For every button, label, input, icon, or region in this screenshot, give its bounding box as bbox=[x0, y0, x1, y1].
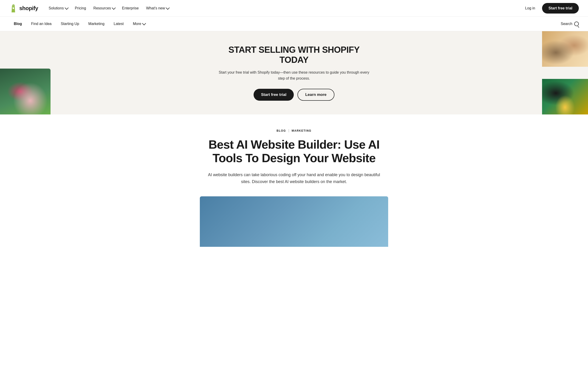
blog-nav-right: Search bbox=[561, 22, 579, 26]
blog-nav-blog[interactable]: Blog bbox=[9, 20, 27, 28]
top-nav-links: Solutions Pricing Resources Enterprise W… bbox=[45, 4, 522, 12]
start-trial-button[interactable]: Start free trial bbox=[542, 3, 579, 14]
hero-image-right-bottom bbox=[542, 79, 588, 115]
hero-title: START SELLING WITH SHOPIFY TODAY bbox=[216, 45, 372, 65]
logo-text: shopify bbox=[19, 5, 38, 11]
article-breadcrumb: BLOG MARKETING bbox=[200, 129, 388, 132]
blog-nav-find-idea[interactable]: Find an Idea bbox=[27, 20, 56, 28]
nav-pricing[interactable]: Pricing bbox=[72, 4, 89, 12]
top-nav-right: Log in Start free trial bbox=[522, 3, 579, 14]
nav-whats-new[interactable]: What's new bbox=[143, 4, 172, 12]
blog-nav-latest[interactable]: Latest bbox=[109, 20, 128, 28]
hero-image-left bbox=[0, 69, 51, 115]
breadcrumb-blog[interactable]: BLOG bbox=[277, 129, 286, 132]
blog-nav-more[interactable]: More bbox=[128, 20, 149, 28]
hero-banner: START SELLING WITH SHOPIFY TODAY Start y… bbox=[0, 31, 588, 115]
chevron-down-icon bbox=[112, 6, 116, 10]
blog-nav-links: Blog Find an Idea Starting Up Marketing … bbox=[9, 20, 561, 28]
nav-enterprise[interactable]: Enterprise bbox=[119, 4, 142, 12]
hero-image-right-top bbox=[542, 31, 588, 67]
chevron-down-icon bbox=[65, 6, 69, 10]
breadcrumb-separator bbox=[289, 129, 289, 132]
hero-subtitle: Start your free trial with Shopify today… bbox=[216, 69, 372, 81]
blog-nav-starting-up[interactable]: Starting Up bbox=[56, 20, 84, 28]
top-navigation: shopify Solutions Pricing Resources Ente… bbox=[0, 0, 588, 17]
hero-learn-more-button[interactable]: Learn more bbox=[297, 89, 334, 101]
hero-image-right-bottom-inner bbox=[542, 79, 588, 115]
hero-image-left-inner bbox=[0, 69, 51, 115]
hero-content: START SELLING WITH SHOPIFY TODAY Start y… bbox=[207, 31, 381, 115]
nav-solutions[interactable]: Solutions bbox=[45, 4, 71, 12]
hero-buttons: Start free trial Learn more bbox=[216, 89, 372, 101]
chevron-down-icon bbox=[166, 6, 170, 10]
article-image-preview bbox=[200, 196, 388, 247]
search-label[interactable]: Search bbox=[561, 22, 572, 26]
article-description: AI website builders can take laborious c… bbox=[204, 172, 384, 185]
shopify-bag-icon bbox=[9, 4, 17, 12]
chevron-down-icon bbox=[142, 21, 146, 25]
breadcrumb-marketing[interactable]: MARKETING bbox=[292, 129, 311, 132]
login-link[interactable]: Log in bbox=[522, 4, 538, 12]
search-icon[interactable] bbox=[574, 22, 579, 26]
article-title: Best AI Website Builder: Use AI Tools To… bbox=[200, 138, 388, 165]
hero-start-trial-button[interactable]: Start free trial bbox=[254, 89, 294, 101]
blog-navigation: Blog Find an Idea Starting Up Marketing … bbox=[0, 17, 588, 31]
blog-nav-marketing[interactable]: Marketing bbox=[84, 20, 109, 28]
shopify-logo[interactable]: shopify bbox=[9, 4, 38, 12]
hero-image-right-top-inner bbox=[542, 31, 588, 67]
nav-resources[interactable]: Resources bbox=[90, 4, 118, 12]
article-section: BLOG MARKETING Best AI Website Builder: … bbox=[191, 115, 397, 258]
